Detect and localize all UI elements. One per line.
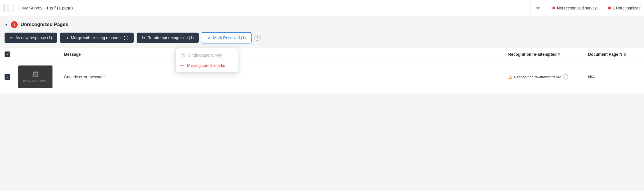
row-checkbox-checked[interactable] bbox=[5, 74, 10, 80]
th-docpage: Document Page N ⇅ bbox=[588, 52, 639, 57]
actions-bar: ✏ As new response (1) ⇢ Merge with exist… bbox=[0, 32, 644, 48]
mark-resolved-button[interactable]: ✔ Mark Resolved (1) bbox=[202, 32, 251, 43]
section-header: ▼ 1 Unrecognized Pages bbox=[0, 16, 644, 32]
top-bar: — My Survey - 1.pdf (1 page) ✏ Not recog… bbox=[0, 0, 644, 16]
sort-docpage-icon[interactable]: ⇅ bbox=[623, 53, 626, 56]
table-row: 🖼 IMAGE NOT FOUND Generic error message … bbox=[0, 61, 644, 93]
table-header: ✓ Message Recognition re-attempted ⇅ Doc… bbox=[0, 48, 644, 61]
file-name: My Survey - 1.pdf (1 page) bbox=[22, 5, 73, 10]
status-unrecognized-label: 1 Unrecognized bbox=[613, 6, 641, 10]
dropdown-item-single-page[interactable]: 📄 Single-page survey bbox=[176, 50, 238, 60]
dropdown-item-missing-corner[interactable]: Missing corner marks bbox=[176, 60, 238, 71]
help-icon[interactable]: ? bbox=[254, 35, 261, 41]
th-checkbox: ✓ bbox=[5, 51, 18, 57]
minimize-button[interactable]: — bbox=[3, 5, 10, 11]
missing-corner-icon bbox=[180, 65, 184, 66]
table-container: ✓ Message Recognition re-attempted ⇅ Doc… bbox=[0, 48, 644, 93]
new-response-button[interactable]: ✏ As new response (1) bbox=[5, 33, 57, 43]
merge-icon: ⇢ bbox=[65, 35, 68, 40]
single-page-icon: 📄 bbox=[180, 53, 185, 57]
reattempt-label: Re-attempt recognition (1) bbox=[147, 35, 194, 40]
new-response-icon: ✏ bbox=[10, 35, 13, 40]
merge-label: Merge with existing response (1) bbox=[71, 35, 128, 40]
row-checkbox[interactable] bbox=[5, 74, 18, 80]
new-response-label: As new response (1) bbox=[15, 35, 52, 40]
sort-recognition-icon[interactable]: ⇅ bbox=[558, 53, 560, 56]
reattempt-button[interactable]: ↻ Re-attempt recognition (1) bbox=[137, 33, 199, 43]
not-recognized-status: Not recognized survey bbox=[552, 6, 597, 10]
row-message: Generic error message bbox=[64, 75, 508, 79]
section-title: Unrecognized Pages bbox=[21, 22, 68, 27]
edit-icon[interactable]: ✏ bbox=[535, 4, 541, 12]
status-not-recognized-label: Not recognized survey bbox=[557, 6, 597, 10]
reattempt-icon: ↻ bbox=[142, 35, 145, 40]
row-docpage: N/A bbox=[588, 75, 639, 79]
row-recognition: ⚠ Recognition re-attempt failed ? bbox=[508, 74, 588, 80]
top-bar-left: — My Survey - 1.pdf (1 page) bbox=[3, 5, 526, 11]
th-docpage-label: Document Page N bbox=[588, 52, 622, 57]
header-checkbox[interactable]: ✓ bbox=[5, 51, 10, 57]
dropdown-item-missing-corner-label: Missing corner marks bbox=[187, 63, 225, 68]
th-message: Message bbox=[64, 52, 508, 57]
file-checkbox[interactable] bbox=[13, 5, 19, 11]
image-not-found-icon: 🖼 bbox=[32, 71, 39, 78]
status-dot-red bbox=[552, 7, 555, 9]
warning-icon: ⚠ bbox=[508, 74, 512, 80]
unrecognized-count-status: 1 Unrecognized bbox=[608, 6, 641, 10]
dropdown-menu: 📄 Single-page survey Missing corner mark… bbox=[175, 48, 238, 73]
collapse-icon[interactable]: ▼ bbox=[5, 23, 8, 27]
dropdown-item-single-page-label: Single-page survey bbox=[188, 53, 222, 57]
top-bar-right: ✏ Not recognized survey 1 Unrecognized bbox=[535, 4, 641, 12]
thumbnail-image: 🖼 IMAGE NOT FOUND bbox=[18, 65, 52, 88]
recognition-status-label: Recognition re-attempt failed bbox=[514, 75, 561, 79]
recognition-help-icon[interactable]: ? bbox=[563, 74, 568, 79]
row-thumbnail: 🖼 IMAGE NOT FOUND bbox=[18, 65, 64, 88]
th-recognition-label: Recognition re-attempted bbox=[508, 52, 557, 57]
unrecognized-badge: 1 bbox=[11, 21, 18, 28]
top-bar-divider bbox=[530, 2, 530, 14]
image-not-found-label: IMAGE NOT FOUND bbox=[23, 79, 48, 83]
status-dot-orange bbox=[608, 7, 611, 9]
mark-resolved-label: Mark Resolved (1) bbox=[213, 35, 246, 40]
merge-response-button[interactable]: ⇢ Merge with existing response (1) bbox=[60, 33, 133, 43]
check-icon: ✔ bbox=[207, 35, 211, 40]
th-recognition: Recognition re-attempted ⇅ bbox=[508, 52, 588, 57]
